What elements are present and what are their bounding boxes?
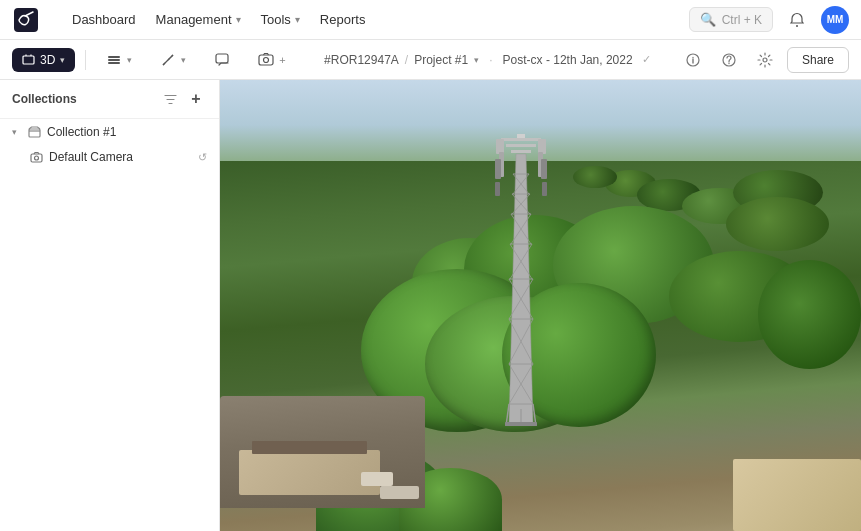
svg-rect-20 (511, 150, 531, 153)
sidebar-actions: + (159, 88, 207, 110)
settings-button[interactable] (751, 46, 779, 74)
vehicle-1 (361, 472, 393, 486)
top-nav: Dashboard Management ▾ Tools ▾ Reports 🔍… (0, 0, 861, 40)
nav-dashboard-label: Dashboard (72, 12, 136, 27)
post-cx-icon: ✓ (642, 53, 651, 66)
nav-tools[interactable]: Tools ▾ (253, 8, 308, 31)
svg-rect-22 (538, 139, 546, 154)
search-icon: 🔍 (700, 12, 716, 27)
nav-tools-label: Tools (261, 12, 291, 27)
svg-rect-14 (29, 129, 40, 137)
svg-point-1 (796, 25, 798, 27)
svg-rect-15 (31, 154, 42, 162)
svg-point-16 (35, 156, 39, 160)
svg-rect-2 (23, 56, 34, 64)
svg-point-8 (264, 57, 269, 62)
svg-rect-52 (541, 159, 547, 179)
project-name: Project #1 (414, 53, 468, 67)
svg-rect-53 (495, 182, 500, 196)
share-button[interactable]: Share (787, 47, 849, 73)
svg-point-12 (728, 62, 729, 63)
collections-title: Collections (12, 92, 77, 106)
svg-rect-54 (542, 182, 547, 196)
view-3d-button[interactable]: 3D ▾ (12, 48, 75, 72)
camera-icon (30, 151, 43, 164)
svg-rect-19 (506, 144, 536, 147)
notifications-button[interactable] (783, 6, 811, 34)
post-cx: Post-cx - 12th Jan, 2022 (503, 53, 633, 67)
info-button[interactable] (679, 46, 707, 74)
add-collection-button[interactable]: + (185, 88, 207, 110)
search-box[interactable]: 🔍 Ctrl + K (689, 7, 773, 32)
tree-far-right (758, 260, 861, 368)
camera-default[interactable]: Default Camera ↺ (0, 145, 219, 169)
view-3d-label: 3D (40, 53, 55, 67)
comment-button[interactable] (204, 47, 240, 73)
sidebar: Collections + ▾ Collection #1 Default Ca… (0, 80, 220, 531)
nav-tools-chevron: ▾ (295, 14, 300, 25)
svg-point-13 (763, 58, 767, 62)
svg-rect-18 (501, 138, 541, 141)
collection-chevron: ▾ (12, 127, 22, 137)
layer-chevron: ▾ (127, 55, 132, 65)
toolbar: 3D ▾ ▾ ▾ + #ROR12947A / Project #1 ▾ · P… (0, 40, 861, 80)
nav-management[interactable]: Management ▾ (148, 8, 249, 31)
reset-camera-button[interactable]: ↺ (198, 151, 207, 164)
filter-button[interactable] (159, 88, 181, 110)
avatar[interactable]: MM (821, 6, 849, 34)
scene (220, 80, 861, 531)
screenshot-button[interactable]: + (248, 47, 295, 73)
project-chevron: ▾ (474, 55, 479, 65)
vehicle-2 (380, 486, 418, 500)
collection-icon (28, 126, 41, 139)
divider-1 (85, 50, 86, 70)
sidebar-header: Collections + (0, 80, 219, 119)
nav-management-chevron: ▾ (236, 14, 241, 25)
camera-default-name: Default Camera (49, 150, 192, 164)
layer-button[interactable]: ▾ (96, 47, 142, 73)
building-right (733, 459, 861, 531)
screenshot-plus: + (279, 54, 285, 66)
building-main (239, 450, 380, 495)
project-id: #ROR12947A (324, 53, 399, 67)
search-shortcut: Ctrl + K (722, 13, 762, 27)
nav-items: Dashboard Management ▾ Tools ▾ Reports (64, 8, 669, 31)
svg-rect-21 (496, 139, 504, 154)
svg-rect-50 (505, 422, 537, 426)
nav-reports[interactable]: Reports (312, 8, 374, 31)
toolbar-center: #ROR12947A / Project #1 ▾ · Post-cx - 12… (304, 53, 671, 67)
nav-reports-label: Reports (320, 12, 366, 27)
svg-rect-5 (108, 62, 120, 64)
measure-button[interactable]: ▾ (150, 47, 196, 73)
nav-dashboard[interactable]: Dashboard (64, 8, 144, 31)
view-3d-chevron: ▾ (60, 55, 65, 65)
svg-rect-51 (495, 159, 501, 179)
viewport-3d[interactable] (220, 80, 861, 531)
svg-rect-7 (259, 55, 273, 65)
svg-point-10 (692, 56, 693, 57)
nav-management-label: Management (156, 12, 232, 27)
main: Collections + ▾ Collection #1 Default Ca… (0, 80, 861, 531)
nav-right: 🔍 Ctrl + K MM (689, 6, 849, 34)
help-button[interactable] (715, 46, 743, 74)
tree-right-1 (726, 197, 829, 251)
measure-chevron: ▾ (181, 55, 186, 65)
collection-1-name: Collection #1 (47, 125, 116, 139)
toolbar-right: Share (679, 46, 849, 74)
cell-tower-svg (491, 134, 551, 434)
svg-rect-3 (108, 56, 120, 58)
collection-1[interactable]: ▾ Collection #1 (0, 119, 219, 145)
svg-rect-17 (517, 134, 525, 138)
logo[interactable] (12, 6, 40, 34)
svg-rect-0 (14, 8, 38, 32)
building-roof (252, 441, 367, 455)
svg-rect-4 (108, 59, 120, 61)
svg-rect-6 (216, 54, 228, 63)
project-breadcrumb[interactable]: #ROR12947A / Project #1 ▾ · Post-cx - 12… (324, 53, 651, 67)
